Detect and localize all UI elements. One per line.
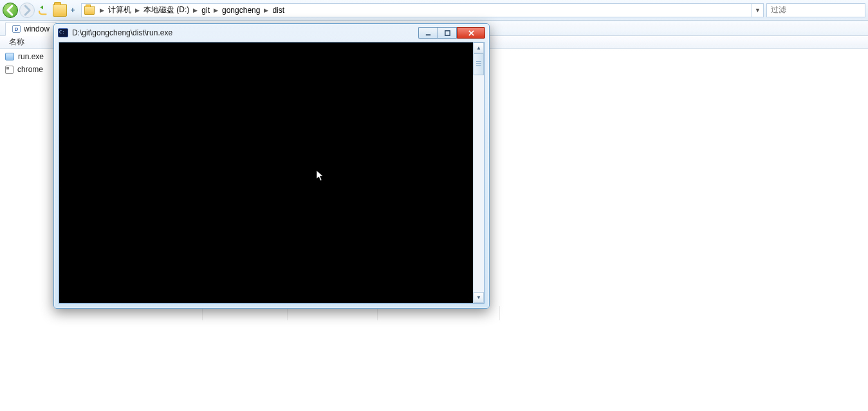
scrollbar-track[interactable]	[474, 53, 484, 292]
column-name-label: 名称	[9, 37, 24, 48]
breadcrumb-separator-icon: ▶	[261, 7, 271, 14]
console-client-area: ▲ ▼	[59, 42, 485, 304]
breadcrumb-separator-icon: ▶	[133, 7, 142, 14]
breadcrumb-separator-icon: ▶	[97, 7, 107, 14]
console-output[interactable]	[59, 42, 473, 303]
nav-back-button[interactable]	[3, 3, 18, 18]
tab-window[interactable]: window	[5, 22, 57, 36]
scroll-up-button[interactable]: ▲	[474, 42, 484, 53]
minimize-button[interactable]	[418, 27, 438, 39]
close-button[interactable]	[457, 27, 485, 39]
breadcrumb-separator-icon: ▶	[190, 7, 200, 14]
close-icon	[468, 30, 475, 37]
nav-forward-button[interactable]	[19, 3, 35, 18]
address-bar[interactable]: ▶ 计算机 ▶ 本地磁盘 (D:) ▶ git ▶ gongcheng ▶ di…	[81, 3, 752, 17]
scroll-down-button[interactable]: ▼	[474, 292, 484, 303]
folder-dropdown-button[interactable]: +	[53, 4, 77, 17]
svg-rect-1	[445, 30, 449, 35]
address-dropdown-button[interactable]: ▼	[752, 3, 764, 17]
file-name: chrome	[17, 65, 43, 74]
history-up-icon	[37, 5, 49, 16]
breadcrumb-item[interactable]: gongcheng	[221, 6, 261, 15]
console-window[interactable]: D:\git\gongcheng\dist\run.exe ▲	[53, 23, 490, 309]
console-icon	[58, 28, 68, 37]
folder-icon	[84, 6, 95, 15]
window-buttons	[418, 27, 485, 39]
minimize-icon	[425, 30, 432, 37]
exe-icon	[5, 53, 14, 60]
app-icon	[5, 66, 14, 74]
breadcrumb-separator-icon: ▶	[211, 7, 221, 14]
console-title: D:\git\gongcheng\dist\run.exe	[72, 28, 418, 37]
chevron-down-icon: ▼	[476, 295, 481, 300]
mouse-cursor-icon	[316, 170, 325, 183]
svg-rect-0	[426, 34, 430, 35]
chevron-up-icon: ▲	[476, 45, 481, 51]
console-titlebar[interactable]: D:\git\gongcheng\dist\run.exe	[54, 24, 489, 42]
plus-icon: +	[68, 4, 77, 17]
arrow-left-icon	[3, 3, 17, 17]
column-divider	[499, 306, 500, 320]
filter-placeholder: 过滤	[771, 5, 786, 15]
maximize-icon	[444, 30, 451, 37]
breadcrumb-item[interactable]: git	[200, 6, 211, 15]
nav-history-button[interactable]	[36, 3, 50, 17]
file-name: run.exe	[18, 52, 44, 61]
breadcrumb-item[interactable]: 计算机	[107, 5, 133, 15]
scrollbar-thumb[interactable]	[474, 53, 484, 75]
maximize-button[interactable]	[438, 27, 457, 39]
breadcrumb-item[interactable]: 本地磁盘 (D:)	[142, 5, 190, 15]
filter-input[interactable]: 过滤	[766, 3, 865, 17]
drive-icon	[12, 25, 21, 33]
explorer-navbar: + ▶ 计算机 ▶ 本地磁盘 (D:) ▶ git ▶ gongcheng ▶ …	[0, 0, 868, 21]
folder-icon	[53, 4, 67, 17]
arrow-right-icon	[20, 3, 34, 17]
breadcrumb-item[interactable]: dist	[271, 6, 286, 15]
console-scrollbar[interactable]: ▲ ▼	[473, 42, 484, 303]
chevron-down-icon: ▼	[755, 7, 761, 14]
tab-label: window	[24, 24, 50, 33]
